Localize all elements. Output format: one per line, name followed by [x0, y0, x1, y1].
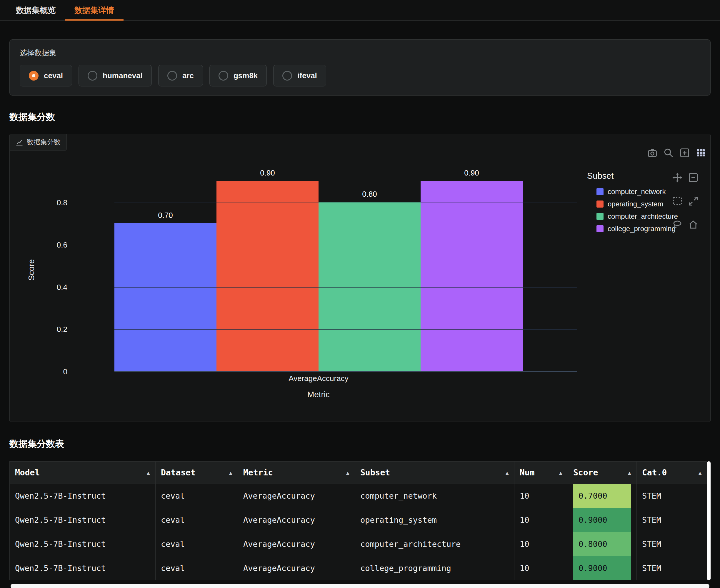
- column-header-label: Num: [520, 468, 535, 478]
- legend-swatch: [596, 201, 603, 208]
- bar-value-label: 0.90: [260, 168, 275, 177]
- tabbar: 数据集概览数据集详情: [0, 0, 720, 21]
- bar-college_programming[interactable]: 0.90: [420, 181, 523, 371]
- column-header-model[interactable]: Model▲: [10, 462, 156, 484]
- legend-item-label: computer_architecture: [608, 212, 678, 220]
- legend-item-label: computer_network: [608, 188, 665, 196]
- dataset-cell: ceval: [156, 484, 238, 508]
- y-tick-label: 0: [63, 367, 67, 376]
- model-cell: Qwen2.5-7B-Instruct: [10, 532, 156, 556]
- score-value-badge: 0.9000: [573, 508, 631, 532]
- sort-ascending-icon[interactable]: ▲: [628, 469, 631, 476]
- bar-operating_system[interactable]: 0.90: [217, 181, 318, 371]
- model-cell: Qwen2.5-7B-Instruct: [10, 556, 156, 580]
- sort-ascending-icon[interactable]: ▲: [506, 469, 509, 476]
- pan-icon[interactable]: [672, 172, 683, 183]
- y-tick-label: 0.2: [57, 325, 67, 334]
- table-horizontal-scrollbar[interactable]: [11, 584, 709, 588]
- radio-option-arc[interactable]: arc: [158, 65, 203, 86]
- bar-value-label: 0.90: [464, 168, 479, 177]
- table-row: Qwen2.5-7B-InstructcevalAverageAccuracyc…: [10, 484, 707, 508]
- column-header-label: Dataset: [161, 468, 196, 478]
- autoscale-icon[interactable]: [688, 196, 699, 206]
- cat-cell: STEM: [637, 484, 707, 508]
- model-cell: Qwen2.5-7B-Instruct: [10, 484, 156, 508]
- legend-title: Subset: [587, 171, 678, 181]
- y-tick-label: 0.4: [57, 282, 67, 292]
- legend-item-college_programming[interactable]: college_programming: [587, 223, 678, 235]
- sort-ascending-icon[interactable]: ▲: [699, 469, 702, 476]
- legend-items: computer_networkoperating_systemcomputer…: [587, 186, 678, 235]
- radio-option-ifeval[interactable]: ifeval: [273, 65, 326, 86]
- column-header-inner: Cat.0▲: [642, 468, 702, 478]
- column-header-dataset[interactable]: Dataset▲: [156, 462, 238, 484]
- radio-option-ceval[interactable]: ceval: [20, 65, 72, 86]
- radio-option-gsm8k[interactable]: gsm8k: [209, 65, 267, 86]
- lasso-icon[interactable]: [672, 219, 683, 230]
- cat-cell: STEM: [637, 556, 707, 580]
- score-value-badge: 0.9000: [573, 556, 631, 580]
- box-select-icon[interactable]: [672, 196, 683, 206]
- bar-value-label: 0.70: [158, 211, 173, 220]
- zoom-in-icon[interactable]: [679, 148, 690, 158]
- scores-chart-panel: 数据集分数 Score 0.700.900.800.90 AverageAccu…: [9, 134, 711, 422]
- legend-swatch: [596, 188, 603, 195]
- y-tick-label: 0.6: [57, 240, 67, 249]
- column-header-inner: Num▲: [520, 468, 562, 478]
- radio-option-label: ceval: [44, 71, 63, 80]
- dataset-cell: ceval: [156, 556, 238, 580]
- sort-ascending-icon[interactable]: ▲: [229, 469, 232, 476]
- sort-ascending-icon[interactable]: ▲: [147, 469, 150, 476]
- column-header-label: Model: [15, 468, 40, 478]
- scores-table: Model▲Dataset▲Metric▲Subset▲Num▲Score▲Ca…: [9, 461, 707, 580]
- radio-option-label: gsm8k: [233, 71, 258, 80]
- dataset-cell: ceval: [156, 508, 238, 532]
- cat-cell: STEM: [637, 508, 707, 532]
- metric-cell: AverageAccuracy: [238, 484, 355, 508]
- zoom-icon[interactable]: [663, 148, 674, 158]
- x-tick-label: AverageAccuracy: [289, 374, 348, 383]
- home-icon[interactable]: [688, 219, 699, 230]
- num-cell: 10: [514, 484, 568, 508]
- legend-item-computer_architecture[interactable]: computer_architecture: [587, 210, 678, 223]
- table-row: Qwen2.5-7B-InstructcevalAverageAccuracyc…: [10, 556, 707, 580]
- gridline: [115, 203, 577, 203]
- table-row: Qwen2.5-7B-InstructcevalAverageAccuracyo…: [10, 508, 707, 532]
- scores-table-wrap: Model▲Dataset▲Metric▲Subset▲Num▲Score▲Ca…: [9, 461, 711, 580]
- line-chart-icon: [16, 139, 23, 146]
- chart-label-text: 数据集分数: [27, 138, 61, 147]
- table-view-icon[interactable]: [696, 148, 706, 158]
- tab-overview[interactable]: 数据集概览: [6, 0, 65, 20]
- table-vertical-scrollbar[interactable]: [707, 461, 711, 580]
- column-header-label: Subset: [360, 468, 390, 478]
- radio-circle-icon: [282, 71, 292, 81]
- column-header-cat[interactable]: Cat.0▲: [637, 462, 707, 484]
- sort-ascending-icon[interactable]: ▲: [559, 469, 562, 476]
- camera-icon[interactable]: [647, 148, 658, 158]
- legend-item-operating_system[interactable]: operating_system: [587, 198, 678, 210]
- metric-cell: AverageAccuracy: [238, 508, 355, 532]
- column-header-score[interactable]: Score▲: [568, 462, 637, 484]
- table-header-row: Model▲Dataset▲Metric▲Subset▲Num▲Score▲Ca…: [10, 462, 707, 484]
- column-header-num[interactable]: Num▲: [514, 462, 568, 484]
- subset-cell: operating_system: [355, 508, 514, 532]
- radio-option-humaneval[interactable]: humaneval: [79, 65, 152, 86]
- scores-section-title: 数据集分数: [9, 111, 720, 123]
- column-header-metric[interactable]: Metric▲: [238, 462, 355, 484]
- dataset-selector-label: 选择数据集: [20, 48, 700, 58]
- column-header-label: Metric: [243, 468, 273, 478]
- table-row: Qwen2.5-7B-InstructcevalAverageAccuracyc…: [10, 532, 707, 556]
- plot-modebar-extra: [672, 172, 699, 230]
- dataset-cell: ceval: [156, 532, 238, 556]
- y-tick-label: 0.8: [57, 198, 67, 207]
- bar-computer_network[interactable]: 0.70: [115, 223, 217, 371]
- score-cell: 0.9000: [568, 556, 637, 580]
- legend-swatch: [596, 225, 603, 232]
- legend-item-computer_network[interactable]: computer_network: [587, 186, 678, 198]
- tab-details[interactable]: 数据集详情: [65, 0, 124, 20]
- bar-computer_architecture[interactable]: 0.80: [318, 202, 420, 371]
- x-axis-title: Metric: [307, 390, 330, 399]
- sort-ascending-icon[interactable]: ▲: [346, 469, 349, 476]
- column-header-subset[interactable]: Subset▲: [355, 462, 514, 484]
- zoom-out-icon[interactable]: [688, 172, 699, 183]
